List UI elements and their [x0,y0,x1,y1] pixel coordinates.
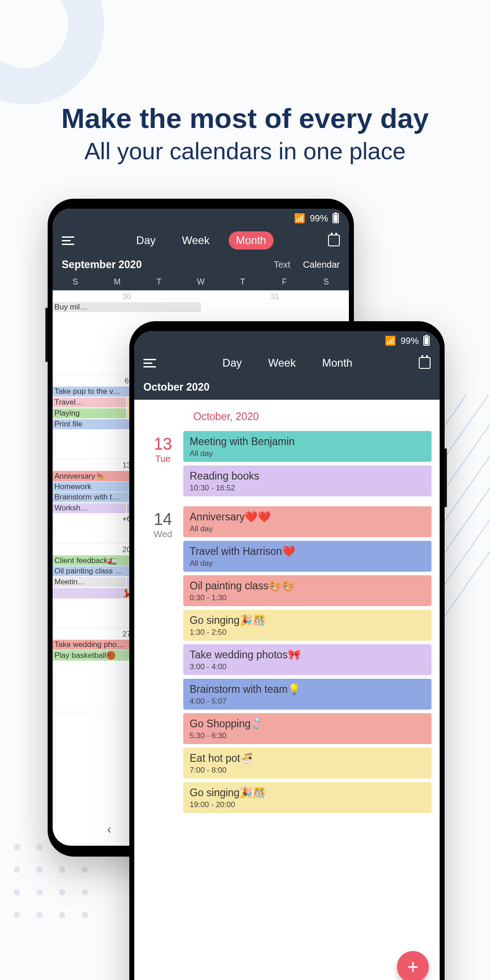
tab-day[interactable]: Day [129,231,163,250]
event-card[interactable]: Go Shopping💍5:30 - 6:30 [183,713,431,744]
wifi-icon: 📶 [294,213,305,224]
menu-icon[interactable] [62,236,74,245]
tab-month[interactable]: Month [315,354,360,372]
event-chip[interactable]: Playing [53,408,126,418]
weekday-header: SMTWTFS [53,277,349,290]
weekday-label: S [305,277,347,287]
app-topbar: Day Week Month [53,228,349,256]
wifi-icon: 📶 [385,335,396,346]
header-month[interactable]: October 2020 [143,381,431,393]
event-card[interactable]: Take wedding photos🎀3:00 - 4:00 [183,644,431,675]
app-topbar: Day Week Month [134,350,440,378]
tab-day[interactable]: Day [215,354,249,372]
tab-week[interactable]: Week [175,231,217,250]
battery-icon [333,213,339,223]
hero-subtitle: All your calendars in one place [0,137,490,165]
weekday-label: F [264,277,305,287]
tab-month[interactable]: Month [229,231,274,250]
menu-icon[interactable] [143,359,156,368]
view-calendar-tab[interactable]: Calendar [303,260,340,270]
event-card[interactable]: Oil painting class🎨🎨0:30 - 1:30 [183,575,431,606]
weekday-label: T [138,277,180,287]
agenda-date[interactable]: 13Tue [142,431,183,496]
weekday-label: W [180,277,221,287]
phone-agenda-frame: 📶 99% Day Week Month October 2020 Octobe… [129,321,445,980]
view-text-tab[interactable]: Text [274,260,290,270]
status-bar: 📶 99% [134,331,440,350]
tab-week[interactable]: Week [261,354,303,372]
battery-pct: 99% [310,213,328,224]
today-icon[interactable] [328,235,340,246]
event-chip[interactable]: Travel… [53,397,126,407]
agenda-list[interactable]: October, 2020 13TueMeeting with Benjamin… [134,400,440,980]
event-card[interactable]: Go singing🎉🎊19:00 - 20:00 [183,782,431,813]
event-card[interactable]: Reading books10:30 - 16:52 [183,466,431,496]
weekday-label: S [54,277,96,287]
add-event-fab[interactable]: + [397,951,429,980]
status-bar: 📶 99% [53,209,349,228]
battery-icon [423,336,430,346]
event-chip[interactable]: Buy mil… [53,302,201,312]
event-chip[interactable]: Worksh… [53,503,126,513]
battery-pct: 99% [401,336,419,346]
decorative-ring [0,0,104,104]
agenda-month-label: October, 2020 [134,400,440,431]
hero-title: Make the most of every day [0,102,490,134]
weekday-label: T [222,277,264,287]
event-card[interactable]: Go singing🎉🎊1:30 - 2:50 [183,610,431,641]
today-icon[interactable] [419,357,431,369]
event-card[interactable]: Anniversary❤️❤️All day [183,506,431,537]
decorative-dots [14,844,104,935]
month-label[interactable]: September 2020 [62,259,274,271]
event-chip[interactable]: Meetin… [53,577,126,587]
agenda-date[interactable]: 14Wed [142,506,183,813]
event-card[interactable]: Eat hot pot🍜7:00 - 8:00 [183,748,431,779]
event-card[interactable]: Brainstorm with team💡4:00 - 5:07 [183,679,431,710]
weekday-label: M [96,277,138,287]
event-card[interactable]: Travel with Harrison❤️All day [183,541,431,572]
event-card[interactable]: Meeting with BenjaminAll day [183,431,431,462]
